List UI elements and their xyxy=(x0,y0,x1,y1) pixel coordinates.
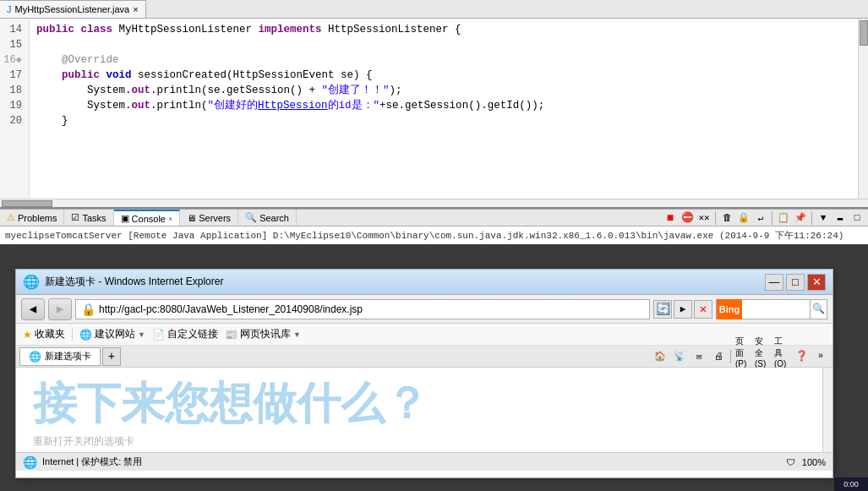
tab-tasks-label: Tasks xyxy=(82,213,106,223)
pin-console-btn[interactable]: 📌 xyxy=(793,210,808,226)
minimize-panel-btn[interactable]: ▬ xyxy=(833,210,848,226)
fav-favorites-label: 收藏夹 xyxy=(35,327,65,341)
ie-forward-btn[interactable]: ▶ xyxy=(48,298,72,320)
code-content[interactable]: public class MyHttpSessionListener imple… xyxy=(30,19,858,199)
ie-new-tab-btn[interactable]: + xyxy=(102,347,121,366)
bing-icon: Bing xyxy=(717,299,742,319)
news-dropdown-icon: ▼ xyxy=(293,330,301,339)
editor-hscrollbar[interactable] xyxy=(0,199,868,207)
open-console-btn[interactable]: 📋 xyxy=(776,210,791,226)
console-output-area: myeclipseTomcatServer [Remote Java Appli… xyxy=(0,226,868,244)
line-14: 14 xyxy=(0,22,25,37)
ie-go-arrow-btn[interactable]: ▶ xyxy=(674,300,692,319)
ie-address-text: http://gacl-pc:8080/JavaWeb_Listener_201… xyxy=(99,303,644,315)
ie-rss-btn[interactable]: 📡 xyxy=(671,348,688,365)
disconnect-btn[interactable]: ⛔ xyxy=(680,210,695,226)
tab-servers[interactable]: 🖥 Servers xyxy=(180,210,238,226)
ie-titlebar: 🌐 新建选项卡 - Windows Internet Explorer — □ … xyxy=(16,270,833,295)
toolbar-sep2 xyxy=(772,211,772,225)
ie-zoom-text: 100% xyxy=(802,457,826,467)
word-wrap-btn[interactable]: ↵ xyxy=(753,210,768,226)
tab-problems[interactable]: ⚠ Problems xyxy=(0,210,64,226)
tab-search-label: Search xyxy=(259,213,289,223)
ie-main-text: 接下来您想做什么？ xyxy=(33,374,429,434)
stop-btn[interactable]: ■ xyxy=(663,210,678,226)
toolbar-sep1 xyxy=(715,211,716,225)
maximize-panel-btn[interactable]: □ xyxy=(849,210,865,226)
editor-tab-close-icon[interactable]: × xyxy=(133,4,138,14)
problems-icon: ⚠ xyxy=(7,212,15,223)
ie-window-controls: — □ ✕ xyxy=(765,274,826,291)
ie-tab-label: 新建选项卡 xyxy=(45,350,91,363)
tasks-icon: ☑ xyxy=(71,212,79,223)
ie-home-btn[interactable]: 🏠 xyxy=(652,348,669,365)
ie-toolbar-expand[interactable]: » xyxy=(812,348,829,365)
fav-favorites[interactable]: ★ 收藏夹 xyxy=(23,327,65,341)
ie-back-btn[interactable]: ◀ xyxy=(21,298,45,320)
remove-all-btn[interactable]: ✕✕ xyxy=(696,210,712,226)
ie-current-tab[interactable]: 🌐 新建选项卡 xyxy=(19,347,101,366)
bottom-tab-bar: ⚠ Problems ☑ Tasks ▣ Console × 🖥 Servers… xyxy=(0,209,868,226)
ie-address-bar[interactable]: 🔒 http://gacl-pc:8080/JavaWeb_Listener_2… xyxy=(75,299,650,319)
ie-status-globe-icon: 🌐 xyxy=(23,456,37,469)
clear-console-btn[interactable]: 🗑 xyxy=(719,210,734,226)
ie-refresh-btn[interactable]: 🔄 xyxy=(653,300,672,319)
console-panel: ⚠ Problems ☑ Tasks ▣ Console × 🖥 Servers… xyxy=(0,207,868,244)
security-menu-btn[interactable]: 安全(S) ▼ xyxy=(754,348,771,365)
tab-search[interactable]: 🔍 Search xyxy=(238,210,297,226)
tab-tasks[interactable]: ☑ Tasks xyxy=(64,210,113,226)
ie-minimize-btn[interactable]: — xyxy=(765,274,783,291)
tab-console-label: Console xyxy=(132,214,166,224)
ie-tab-icon: 🌐 xyxy=(29,351,41,363)
line-19: 19 xyxy=(0,98,25,113)
ie-close-btn[interactable]: ✕ xyxy=(807,274,826,291)
ie-content-scrollbar[interactable] xyxy=(822,368,833,452)
news-icon: 📰 xyxy=(225,329,237,341)
code-line-19: System.out.println("创建好的HttpSession的id是：… xyxy=(36,98,851,113)
ie-print-btn[interactable]: 🖨 xyxy=(710,348,727,365)
page-menu-btn[interactable]: 页面(P) ▼ xyxy=(734,348,751,365)
line-18: 18 xyxy=(0,83,25,98)
editor-scrollbar[interactable] xyxy=(858,19,868,199)
ie-content-area: 接下来您想做什么？ 重新打开关闭的选项卡 xyxy=(16,368,833,452)
ie-maximize-btn[interactable]: □ xyxy=(786,274,805,291)
ie-mail-btn[interactable]: ✉ xyxy=(691,348,707,365)
tab-console[interactable]: ▣ Console × xyxy=(114,210,181,226)
view-menu-btn[interactable]: ▼ xyxy=(816,210,831,226)
ie-search-go-btn[interactable]: 🔍 xyxy=(810,299,827,319)
editor-tab-label: MyHttpSessionListener.java xyxy=(15,4,130,14)
search-icon: 🔍 xyxy=(245,212,257,223)
scrollbar-thumb xyxy=(860,20,868,46)
fav-news-label: 网页快讯库 xyxy=(240,327,291,341)
console-tab-close[interactable]: × xyxy=(168,215,172,223)
ie-search-input[interactable] xyxy=(742,300,810,319)
ie-protection-icon: 🛡 xyxy=(786,457,795,467)
ie-tabbar: 🌐 新建选项卡 + 🏠 📡 ✉ 🖨 页面(P) ▼ 安全(S) ▼ 工具(O) … xyxy=(16,346,833,368)
fav-suggested[interactable]: 🌐 建议网站 ▼ xyxy=(79,327,145,341)
ide-editor-panel: J MyHttpSessionListener.java × 14 15 16◈… xyxy=(0,0,868,207)
line-16: 16◈ xyxy=(0,52,25,68)
editor-tab-java[interactable]: J MyHttpSessionListener.java × xyxy=(0,0,146,18)
favorites-star-icon: ★ xyxy=(23,329,32,341)
ie-status-right: 🛡 100% xyxy=(786,457,826,467)
line-20: 20 xyxy=(0,113,25,128)
console-status-text: myeclipseTomcatServer [Remote Java Appli… xyxy=(5,231,843,241)
ie-address-buttons: 🔄 ▶ ✕ xyxy=(653,300,712,319)
custom-link-icon: 📄 xyxy=(152,329,165,341)
tab-servers-label: Servers xyxy=(199,213,231,223)
ie-navbar: ◀ ▶ 🔒 http://gacl-pc:8080/JavaWeb_Listen… xyxy=(16,295,833,324)
ie-favorites-bar: ★ 收藏夹 🌐 建议网站 ▼ 📄 自定义链接 📰 网页快讯库 ▼ xyxy=(16,324,833,346)
tools-menu-btn[interactable]: 工具(O) ▼ xyxy=(773,348,790,365)
line-17: 17 xyxy=(0,68,25,83)
code-line-20: } xyxy=(36,113,851,128)
fav-news[interactable]: 📰 网页快讯库 ▼ xyxy=(225,327,301,341)
ie-stop-btn[interactable]: ✕ xyxy=(694,300,712,319)
tab-problems-label: Problems xyxy=(18,213,57,223)
ie-tab-toolbar: 🏠 📡 ✉ 🖨 页面(P) ▼ 安全(S) ▼ 工具(O) ▼ ❓ » xyxy=(123,348,829,365)
ie-sub-text: 重新打开关闭的选项卡 xyxy=(33,434,134,449)
fav-custom-links[interactable]: 📄 自定义链接 xyxy=(152,327,218,341)
code-editor[interactable]: 14 15 16◈ 17 18 19 20 public class MyHtt… xyxy=(0,19,868,199)
help-btn[interactable]: ❓ xyxy=(793,348,810,365)
ie-title-text: 新建选项卡 - Windows Internet Explorer xyxy=(45,275,760,289)
scroll-lock-btn[interactable]: 🔒 xyxy=(736,210,751,226)
